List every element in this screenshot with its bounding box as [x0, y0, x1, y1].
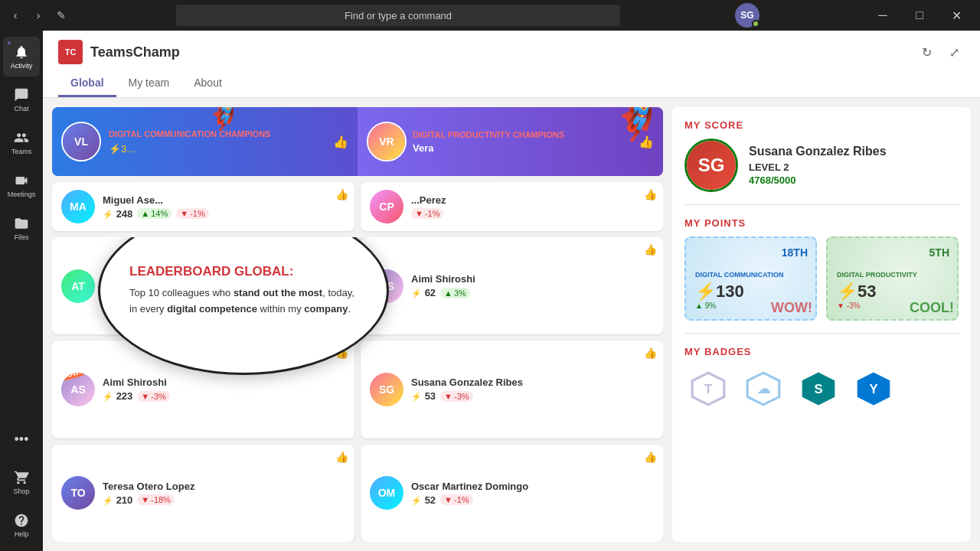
name-aimi-right: Aimi Shiroshi — [411, 273, 654, 285]
tooltip-bold1: stand out the most — [234, 287, 322, 298]
info-miguel: Miguel Ase... 248 ▲ 14% ▼ -1% — [103, 194, 345, 220]
name-miguel: Miguel Ase... — [103, 194, 345, 206]
app-tabs: Global My team About — [58, 70, 965, 97]
like-oscar[interactable]: 👍 — [644, 451, 657, 463]
tooltip-body: Top 10 colleagues who stand out the most… — [129, 285, 358, 318]
person-card-susana: SG Susana Gonzalez Ribes 53 ▼ -3% 👍 — [361, 341, 663, 438]
info-aimi-right: Aimi Shiroshi 62 ▲ 3% — [411, 273, 654, 298]
info-susana: Susana Gonzalez Ribes 53 ▼ -3% — [411, 377, 654, 402]
banner-avatar-2: VR — [367, 122, 407, 161]
card1-label: DIGITAL COMMUNICATION — [695, 271, 806, 279]
card2-emoji: COOL! — [910, 300, 954, 316]
change-up-miguel: ▲ 14% — [137, 208, 172, 219]
sidebar-item-more[interactable]: ••• — [3, 419, 40, 459]
sidebar-item-shop[interactable]: Shop — [3, 462, 40, 502]
badges-row: T ☁ S — [684, 365, 959, 412]
sidebar-item-files[interactable]: Files — [3, 208, 40, 248]
maximize-button[interactable]: □ — [902, 0, 937, 31]
divider-2 — [684, 333, 959, 334]
banner-left: 🦸 VL DIGITAL COMMUNICATION CHAMPIONS ⚡3.… — [52, 107, 358, 176]
tooltip-text1: Top 10 colleagues who — [129, 287, 234, 298]
svg-text:☁: ☁ — [757, 382, 770, 396]
change-down-miguel: ▼ -1% — [176, 208, 208, 219]
person-card-teresa: TO Teresa Otero Lopez 210 ▼ -18% 👍 — [52, 445, 354, 542]
name-oscar: Oscar Martinez Domingo — [411, 481, 654, 492]
back-button[interactable]: ‹ — [6, 6, 24, 24]
like-teresa[interactable]: 👍 — [335, 451, 348, 463]
points-aimi: 223 — [103, 390, 132, 402]
main-content: 🦸 VL DIGITAL COMMUNICATION CHAMPIONS ⚡3.… — [43, 98, 980, 551]
like-button-left[interactable]: 👍 — [333, 135, 348, 149]
sidebar-item-activity[interactable]: Activity — [3, 37, 40, 77]
svg-text:T: T — [704, 382, 712, 396]
new-chat-button[interactable]: ✎ — [52, 6, 70, 24]
minimize-button[interactable]: ─ — [865, 0, 900, 31]
forward-button[interactable]: › — [29, 6, 47, 24]
sidebar-label-teams: Teams — [11, 148, 32, 155]
profile-row: SG Susana Gonzalez Ribes LEVEL 2 4768/50… — [684, 139, 959, 192]
badge-onedrive: ☁ — [740, 365, 787, 412]
change-aimi: ▼ -3% — [137, 391, 169, 402]
like-susana[interactable]: 👍 — [644, 347, 657, 359]
person-card-aimi-right: AS Aimi Shiroshi 62 ▲ 3% 👍 — [361, 237, 663, 334]
app-header: TC TeamsChamp ↻ ⤢ Global My team About — [43, 31, 980, 98]
online-indicator — [752, 20, 760, 28]
tooltip-bold2: digital competence — [167, 303, 257, 315]
badge-yammer: Y — [850, 365, 897, 412]
main-layout: Activity Chat Teams Meetings Files ••• S… — [0, 31, 980, 551]
sidebar-item-help[interactable]: Help — [3, 505, 40, 545]
divider-1 — [684, 204, 959, 205]
like-miguel[interactable]: 👍 — [335, 188, 348, 201]
banner: 🦸 VL DIGITAL COMMUNICATION CHAMPIONS ⚡3.… — [52, 107, 663, 176]
like-perez[interactable]: 👍 — [644, 188, 657, 201]
stats-perez: ▼ -1% — [411, 208, 654, 219]
tooltip-title: LEADERBOARD GLOBAL: — [129, 264, 358, 279]
person-card-oscar: OM Oscar Martinez Domingo 52 ▼ -1% 👍 — [361, 445, 663, 542]
sidebar-label-shop: Shop — [13, 487, 29, 495]
close-button[interactable]: ✕ — [939, 0, 974, 31]
tooltip-text3: within my — [257, 303, 304, 315]
content-area: TC TeamsChamp ↻ ⤢ Global My team About — [43, 31, 980, 551]
avatar-susana: SG — [370, 373, 403, 406]
person-card-miguel: MA Miguel Ase... 248 ▲ 14% ▼ -1% 👍 — [52, 182, 354, 231]
rank-badge-comm: 18TH — [782, 241, 808, 261]
app-title: TeamsChamp — [90, 44, 180, 60]
card1-points: ⚡130 — [695, 282, 806, 302]
cards-grid: AT Alvaro Torrente Garcia 228 ▼ -1% 👍 — [52, 237, 663, 542]
popout-button[interactable]: ⤢ — [943, 41, 965, 63]
banner-score-left: ⚡3... — [109, 143, 270, 155]
info-aimi: Aimi Shiroshi 223 ▼ -3% — [103, 377, 345, 402]
svg-text:S: S — [814, 382, 822, 396]
sidebar-item-meetings[interactable]: Meetings — [3, 165, 40, 205]
window-controls: ─ □ ✕ — [865, 0, 974, 31]
stats-susana: 53 ▼ -3% — [411, 390, 654, 402]
refresh-button[interactable]: ↻ — [916, 41, 937, 63]
leaderboard-section: 🦸 VL DIGITAL COMMUNICATION CHAMPIONS ⚡3.… — [52, 107, 663, 542]
banner-info-left: DIGITAL COMMUNICATION CHAMPIONS ⚡3... — [109, 129, 270, 154]
profile-name: Susana Gonzalez Ribes — [749, 145, 887, 158]
card2-label: DIGITAL PRODUCTIVITY — [837, 271, 948, 279]
like-aimi-right[interactable]: 👍 — [644, 243, 657, 256]
banner-info-right: DIGITAL PRODUCTIVITY CHAMPIONS Vera — [413, 129, 564, 153]
tab-global[interactable]: Global — [58, 70, 116, 97]
banner-avatar-1: VL — [61, 122, 101, 161]
nav-controls: ‹ › ✎ — [6, 6, 70, 24]
more-icon: ••• — [15, 432, 29, 448]
stats-aimi: 223 ▼ -3% — [103, 390, 345, 402]
avatar-oscar: OM — [370, 476, 403, 510]
tab-myteam[interactable]: My team — [116, 70, 182, 97]
command-search-bar[interactable]: Find or type a command — [176, 5, 620, 26]
title-bar: ‹ › ✎ Find or type a command SG ─ □ ✕ — [0, 0, 980, 31]
svg-text:Y: Y — [869, 382, 877, 396]
sidebar-item-chat[interactable]: Chat — [3, 80, 40, 119]
user-avatar[interactable]: SG — [735, 3, 760, 28]
sidebar-item-teams[interactable]: Teams — [3, 122, 40, 162]
avatar-aimi: AS WOW! — [61, 373, 95, 406]
person-card-perez: CP ...Perez ▼ -1% 👍 — [361, 182, 663, 231]
name-teresa: Teresa Otero Lopez — [103, 481, 345, 492]
header-actions: ↻ ⤢ — [916, 41, 965, 63]
badge-teams: T — [684, 365, 732, 412]
tab-about[interactable]: About — [181, 70, 234, 97]
info-oscar: Oscar Martinez Domingo 52 ▼ -1% — [411, 481, 654, 506]
avatar-miguel: MA — [61, 190, 95, 223]
